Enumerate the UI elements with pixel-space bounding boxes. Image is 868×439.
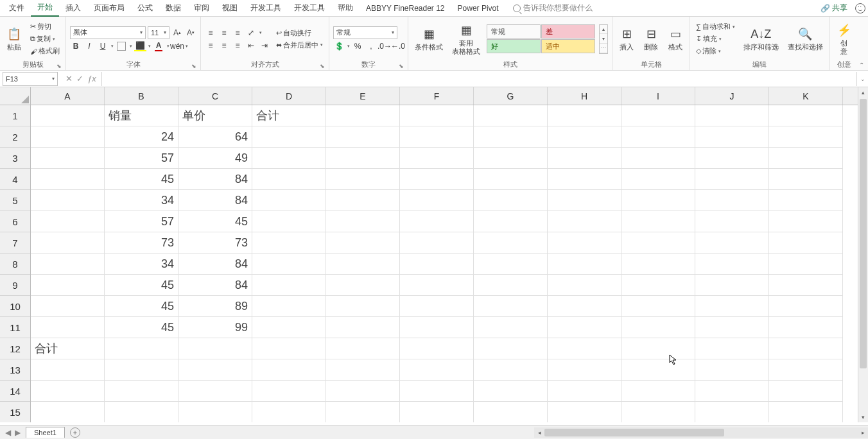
- expand-formula-bar-button[interactable]: ⌄: [856, 72, 868, 86]
- ideas-button[interactable]: ⚡创 意: [834, 21, 855, 57]
- cell-G9[interactable]: [474, 275, 548, 296]
- insert-cells-button[interactable]: ⊞插入: [616, 25, 637, 53]
- cell-A9[interactable]: [31, 275, 105, 296]
- scroll-up-button[interactable]: ▴: [858, 87, 868, 98]
- paste-button[interactable]: 📋 粘贴: [4, 25, 24, 53]
- indent-inc-button[interactable]: ⇥: [259, 40, 270, 51]
- cell-J5[interactable]: [695, 190, 769, 211]
- cell-C11[interactable]: 99: [178, 317, 252, 338]
- cell-G11[interactable]: [474, 317, 548, 338]
- cell-A10[interactable]: [31, 296, 105, 317]
- column-header-I[interactable]: I: [621, 87, 695, 105]
- row-header-1[interactable]: 1: [0, 105, 30, 126]
- cell-J2[interactable]: [695, 126, 769, 148]
- cell-D6[interactable]: [252, 211, 326, 232]
- cell-K12[interactable]: [769, 338, 843, 359]
- cell-C8[interactable]: 84: [178, 254, 252, 275]
- column-header-F[interactable]: F: [400, 87, 474, 105]
- tab-powerpivot[interactable]: Power Pivot: [451, 1, 505, 15]
- insert-function-button[interactable]: ƒx: [87, 74, 96, 83]
- cell-C7[interactable]: 73: [178, 232, 252, 254]
- comma-button[interactable]: ,: [365, 40, 377, 52]
- cell-C3[interactable]: 49: [178, 148, 252, 169]
- tab-data[interactable]: 数据: [159, 0, 187, 16]
- style-neutral[interactable]: 适中: [541, 39, 595, 53]
- cell-F15[interactable]: [400, 402, 474, 422]
- cell-D4[interactable]: [252, 169, 326, 190]
- align-right-button[interactable]: ≡: [232, 40, 243, 51]
- tab-formulas[interactable]: 公式: [131, 0, 159, 16]
- cell-J4[interactable]: [695, 169, 769, 190]
- cell-D1[interactable]: 合计: [252, 105, 326, 126]
- row-header-3[interactable]: 3: [0, 148, 30, 169]
- cell-A11[interactable]: [31, 317, 105, 338]
- cell-A1[interactable]: [31, 105, 105, 126]
- cell-E7[interactable]: [326, 232, 400, 254]
- cell-B8[interactable]: 34: [105, 254, 178, 275]
- cell-J8[interactable]: [695, 254, 769, 275]
- cell-B1[interactable]: 销量: [105, 105, 178, 126]
- tab-review[interactable]: 审阅: [187, 0, 216, 16]
- inc-decimal-button[interactable]: .0→: [379, 40, 390, 52]
- cell-D11[interactable]: [252, 317, 326, 338]
- cell-G10[interactable]: [474, 296, 548, 317]
- style-normal[interactable]: 常规: [487, 24, 541, 39]
- orientation-button[interactable]: ⤢: [245, 27, 257, 39]
- accept-formula-button[interactable]: ✓: [76, 74, 83, 83]
- cell-A7[interactable]: [31, 232, 105, 254]
- cell-C9[interactable]: 84: [178, 275, 252, 296]
- tab-devtools1[interactable]: 开发工具: [244, 0, 288, 16]
- cell-H7[interactable]: [548, 232, 621, 254]
- cell-K1[interactable]: [769, 105, 843, 126]
- cell-A6[interactable]: [31, 211, 105, 232]
- cell-G13[interactable]: [474, 359, 548, 381]
- cell-I14[interactable]: [621, 381, 695, 402]
- cell-D7[interactable]: [252, 232, 326, 254]
- cell-K5[interactable]: [769, 190, 843, 211]
- cell-A15[interactable]: [31, 402, 105, 422]
- cell-I1[interactable]: [621, 105, 695, 126]
- cells-area[interactable]: 销量单价合计2464574945843484574573733484458445…: [31, 105, 858, 422]
- cell-E9[interactable]: [326, 275, 400, 296]
- cell-I5[interactable]: [621, 190, 695, 211]
- column-header-A[interactable]: A: [31, 87, 105, 105]
- cell-K9[interactable]: [769, 275, 843, 296]
- phonetic-button[interactable]: wén: [171, 40, 183, 52]
- cell-H5[interactable]: [548, 190, 621, 211]
- column-header-G[interactable]: G: [474, 87, 548, 105]
- row-header-2[interactable]: 2: [0, 126, 30, 148]
- cell-B6[interactable]: 57: [105, 211, 178, 232]
- cell-K6[interactable]: [769, 211, 843, 232]
- cell-C6[interactable]: 45: [178, 211, 252, 232]
- cell-E10[interactable]: [326, 296, 400, 317]
- row-header-10[interactable]: 10: [0, 296, 30, 317]
- row-header-12[interactable]: 12: [0, 338, 30, 359]
- cell-J14[interactable]: [695, 381, 769, 402]
- row-header-13[interactable]: 13: [0, 359, 30, 381]
- style-good[interactable]: 好: [487, 39, 541, 53]
- select-all-button[interactable]: [0, 87, 31, 105]
- column-header-C[interactable]: C: [178, 87, 252, 105]
- row-header-4[interactable]: 4: [0, 169, 30, 190]
- cell-I9[interactable]: [621, 275, 695, 296]
- cell-H3[interactable]: [548, 148, 621, 169]
- cell-B14[interactable]: [105, 381, 178, 402]
- cell-C12[interactable]: [178, 338, 252, 359]
- cell-J6[interactable]: [695, 211, 769, 232]
- cell-A8[interactable]: [31, 254, 105, 275]
- cell-D10[interactable]: [252, 296, 326, 317]
- horizontal-scrollbar[interactable]: ◂ ▸: [534, 427, 868, 438]
- cell-I10[interactable]: [621, 296, 695, 317]
- cell-C2[interactable]: 64: [178, 126, 252, 148]
- cell-F7[interactable]: [400, 232, 474, 254]
- cell-D14[interactable]: [252, 381, 326, 402]
- cell-A2[interactable]: [31, 126, 105, 148]
- align-middle-button[interactable]: ≡: [218, 27, 230, 39]
- cell-I8[interactable]: [621, 254, 695, 275]
- cell-D9[interactable]: [252, 275, 326, 296]
- autosum-button[interactable]: ∑自动求和▾: [694, 21, 737, 32]
- currency-button[interactable]: 💲: [333, 40, 345, 52]
- cell-J13[interactable]: [695, 359, 769, 381]
- cell-F13[interactable]: [400, 359, 474, 381]
- cell-C1[interactable]: 单价: [178, 105, 252, 126]
